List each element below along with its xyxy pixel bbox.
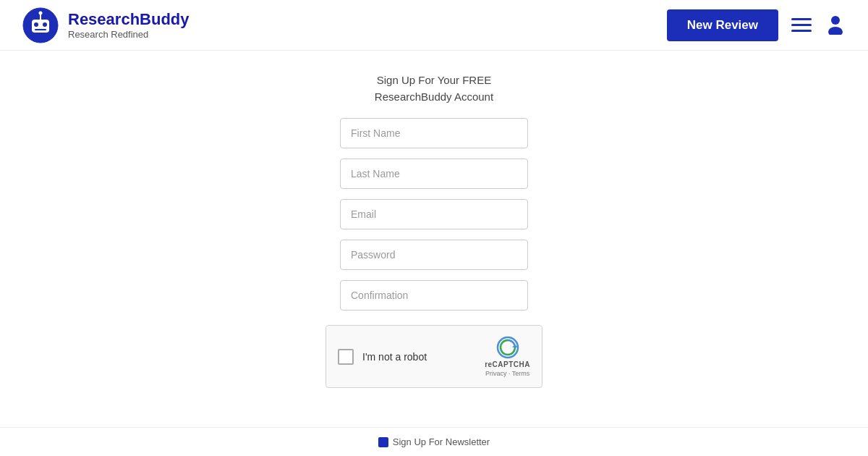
email-input[interactable] <box>340 199 528 229</box>
header: ResearchBuddy Research Redfined New Revi… <box>0 0 868 51</box>
hamburger-line-3 <box>791 30 812 32</box>
logo-icon <box>22 7 59 44</box>
password-input[interactable] <box>340 240 528 270</box>
last-name-input[interactable] <box>340 159 528 189</box>
signup-form <box>340 118 528 311</box>
captcha-widget[interactable]: I'm not a robot reCAPTCHA Privacy · Term… <box>326 325 542 388</box>
captcha-label: I'm not a robot <box>362 351 427 363</box>
captcha-left: I'm not a robot <box>338 349 427 365</box>
hamburger-menu-icon[interactable] <box>791 18 812 32</box>
recaptcha-links: Privacy · Terms <box>485 370 529 377</box>
svg-point-8 <box>828 27 843 35</box>
first-name-input[interactable] <box>340 118 528 148</box>
recaptcha-branding: reCAPTCHA <box>485 360 530 368</box>
logo-title: ResearchBuddy <box>68 10 190 29</box>
header-right: New Review <box>667 9 846 41</box>
svg-rect-4 <box>35 29 46 30</box>
main-content: Sign Up For Your FREE ResearchBuddy Acco… <box>0 51 868 388</box>
logo-subtitle: Research Redfined <box>68 29 190 40</box>
confirmation-input[interactable] <box>340 280 528 311</box>
hamburger-line-2 <box>791 24 812 26</box>
user-icon[interactable] <box>825 13 846 38</box>
new-review-button[interactable]: New Review <box>667 9 778 41</box>
newsletter-checkbox-icon <box>378 437 388 447</box>
hamburger-line-1 <box>791 18 812 20</box>
svg-point-2 <box>34 22 38 27</box>
footer: Sign Up For Newsletter <box>0 427 868 456</box>
logo-text-block: ResearchBuddy Research Redfined <box>68 10 190 40</box>
svg-point-3 <box>43 22 47 27</box>
user-avatar-icon <box>825 13 846 35</box>
newsletter-label-text: Sign Up For Newsletter <box>393 436 490 447</box>
recaptcha-logo-icon <box>496 336 519 359</box>
signup-title: Sign Up For Your FREE ResearchBuddy Acco… <box>375 72 493 105</box>
svg-point-6 <box>39 11 43 14</box>
svg-rect-1 <box>32 20 49 33</box>
svg-point-7 <box>831 16 840 25</box>
captcha-right: reCAPTCHA Privacy · Terms <box>485 336 530 377</box>
captcha-checkbox[interactable] <box>338 349 354 365</box>
logo-area: ResearchBuddy Research Redfined <box>22 7 190 44</box>
newsletter-signup: Sign Up For Newsletter <box>9 436 859 447</box>
